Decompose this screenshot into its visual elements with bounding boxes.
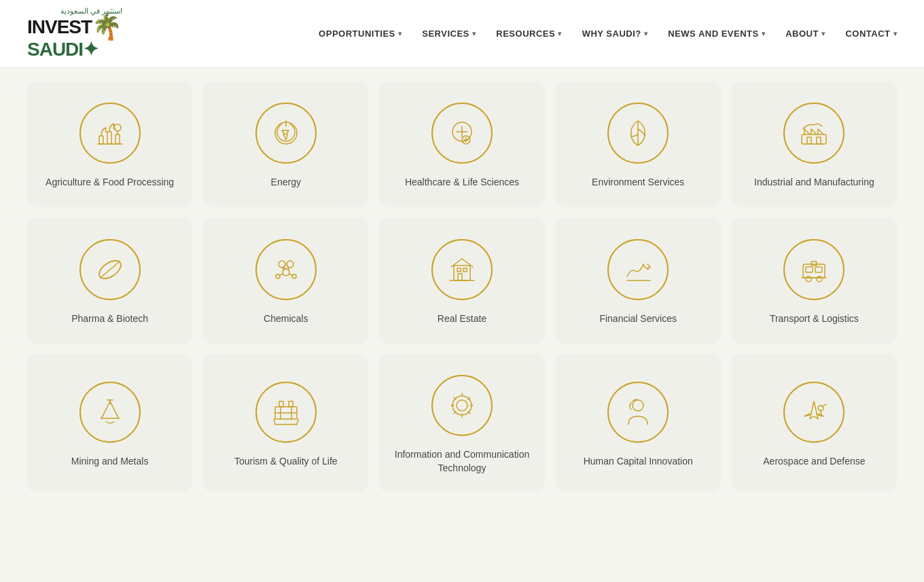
svg-rect-29 <box>463 268 467 272</box>
sector-label: Pharma & Biotech <box>71 312 148 326</box>
realestate-icon <box>431 239 493 300</box>
svg-rect-34 <box>806 267 813 272</box>
logo-star-icon: ✦ <box>83 39 99 60</box>
logo[interactable]: استثمر في السعودية INVEST 🌴 SAUDI ✦ <box>27 7 149 60</box>
logo-palm-icon: 🌴 <box>92 15 122 39</box>
nav-news-events[interactable]: NEWS AND EVENTS ▾ <box>668 29 765 39</box>
sector-label: Energy <box>271 176 301 189</box>
svg-point-37 <box>817 276 822 282</box>
sector-card-environment[interactable]: Environment Services <box>556 81 721 207</box>
sector-label: Tourism & Quality of Life <box>234 455 338 469</box>
sector-card-aerospace[interactable]: Aerospace and Defense <box>732 354 897 492</box>
svg-line-57 <box>468 412 470 414</box>
svg-rect-12 <box>807 137 811 144</box>
chemicals-icon <box>255 239 317 300</box>
svg-line-26 <box>289 274 293 275</box>
energy-icon <box>255 103 317 164</box>
sector-label: Mining and Metals <box>71 455 149 469</box>
sector-card-industrial[interactable]: Industrial and Manufacturing <box>732 81 897 207</box>
svg-line-22 <box>282 268 286 269</box>
svg-rect-33 <box>803 264 825 278</box>
chevron-down-icon: ▾ <box>398 30 402 37</box>
svg-line-41 <box>110 401 117 415</box>
logo-saudi: SAUDI <box>27 39 83 60</box>
sector-label: Financial Services <box>599 312 677 326</box>
svg-line-59 <box>454 397 456 399</box>
pharma-icon <box>79 239 141 300</box>
sector-card-realestate[interactable]: Real Estate <box>379 218 544 344</box>
svg-line-58 <box>454 412 456 414</box>
svg-line-40 <box>103 401 110 415</box>
sector-card-healthcare[interactable]: Healthcare & Life Sciences <box>379 81 544 207</box>
svg-line-56 <box>468 397 470 399</box>
svg-rect-49 <box>289 401 293 407</box>
main-nav: OPPORTUNITIES ▾ SERVICES ▾ RESOURCES ▾ W… <box>319 29 897 39</box>
svg-point-60 <box>633 400 643 411</box>
sector-card-financial[interactable]: Financial Services <box>556 218 721 344</box>
ict-icon <box>431 375 493 436</box>
sector-label: Transport & Logistics <box>770 312 859 326</box>
sector-card-energy[interactable]: Energy <box>203 81 368 207</box>
sector-grid-container: Agriculture & Food Processing Energy Hea… <box>0 68 924 519</box>
nav-services[interactable]: SERVICES ▾ <box>422 29 476 39</box>
nav-why-saudi[interactable]: WHY SAUDI? ▾ <box>582 29 648 39</box>
human-icon <box>607 382 669 443</box>
sector-card-human[interactable]: Human Capital Innovation <box>556 354 721 492</box>
sector-label: Aerospace and Defense <box>763 455 865 469</box>
financial-icon <box>607 239 669 300</box>
svg-rect-11 <box>802 134 826 144</box>
transport-icon <box>783 239 845 300</box>
sector-label: Environment Services <box>592 176 684 189</box>
svg-rect-48 <box>279 401 283 407</box>
chevron-down-icon: ▾ <box>472 30 476 37</box>
sector-card-mining[interactable]: Mining and Metals <box>27 354 192 492</box>
chevron-down-icon: ▾ <box>893 30 898 37</box>
chevron-down-icon: ▾ <box>644 30 648 37</box>
svg-rect-1 <box>107 132 111 144</box>
sector-card-pharma[interactable]: Pharma & Biotech <box>27 218 192 344</box>
svg-line-15 <box>101 261 120 278</box>
sector-label: Chemicals <box>264 312 308 326</box>
sector-card-transport[interactable]: Transport & Logistics <box>732 218 897 344</box>
svg-rect-28 <box>458 274 462 280</box>
sector-label: Industrial and Manufacturing <box>754 176 874 189</box>
sector-label: Healthcare & Life Sciences <box>405 176 519 189</box>
svg-rect-30 <box>457 268 461 272</box>
sector-card-tourism[interactable]: Tourism & Quality of Life <box>203 354 368 492</box>
tourism-icon <box>255 382 317 443</box>
svg-point-4 <box>114 124 121 131</box>
sector-card-ict[interactable]: Information and Communication Technology <box>379 354 544 492</box>
sector-label: Agriculture & Food Processing <box>46 176 174 189</box>
svg-line-25 <box>279 274 283 275</box>
svg-rect-13 <box>817 137 821 144</box>
healthcare-icon <box>431 103 493 164</box>
chevron-down-icon: ▾ <box>762 30 766 37</box>
svg-point-50 <box>457 400 467 411</box>
header: استثمر في السعودية INVEST 🌴 SAUDI ✦ OPPO… <box>0 0 924 68</box>
chevron-down-icon: ▾ <box>558 30 562 37</box>
industrial-icon <box>783 103 845 164</box>
svg-rect-2 <box>116 134 120 144</box>
sector-label: Information and Communication Technology <box>393 448 531 475</box>
sector-card-agriculture[interactable]: Agriculture & Food Processing <box>27 81 192 207</box>
aerospace-icon <box>783 382 845 443</box>
environment-icon <box>607 103 669 164</box>
svg-point-36 <box>806 276 811 282</box>
logo-invest: INVEST <box>27 17 92 38</box>
nav-contact[interactable]: CONTACT ▾ <box>845 29 897 39</box>
svg-rect-35 <box>815 267 822 272</box>
nav-resources[interactable]: RESOURCES ▾ <box>496 29 561 39</box>
nav-about[interactable]: ABOUT ▾ <box>785 29 825 39</box>
chevron-down-icon: ▾ <box>821 30 825 37</box>
agriculture-icon <box>79 103 141 164</box>
nav-opportunities[interactable]: OPPORTUNITIES ▾ <box>319 29 402 39</box>
sector-label: Human Capital Innovation <box>584 455 693 469</box>
mining-icon <box>79 382 141 443</box>
sector-card-chemicals[interactable]: Chemicals <box>203 218 368 344</box>
sector-label: Real Estate <box>438 312 486 326</box>
sector-grid: Agriculture & Food Processing Energy Hea… <box>27 81 897 492</box>
svg-rect-39 <box>811 261 817 266</box>
svg-rect-0 <box>99 136 103 144</box>
